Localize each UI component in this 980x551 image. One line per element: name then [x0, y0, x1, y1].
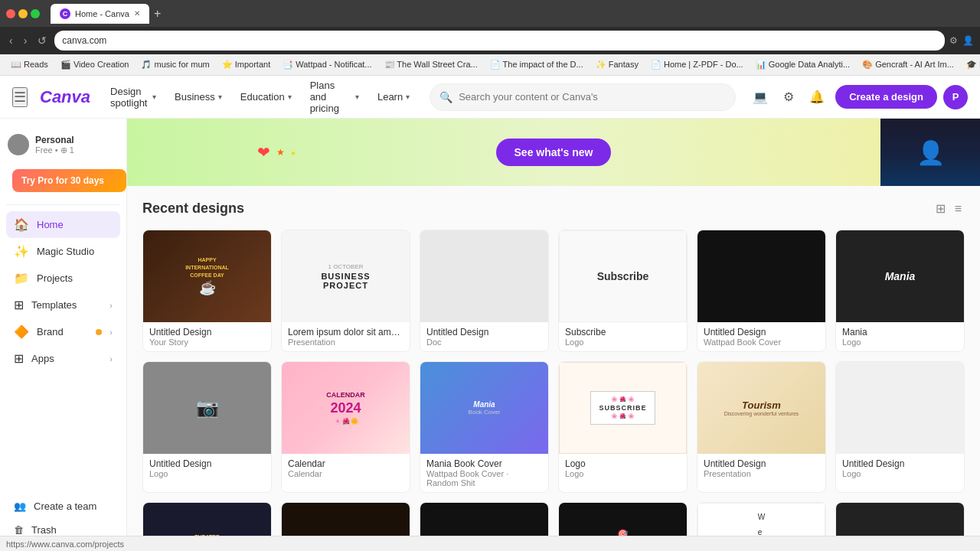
bookmark-music[interactable]: 🎵 music for mum [136, 58, 214, 71]
design-info-3: Untitled Design Doc [420, 322, 548, 351]
bookmark-zpdf[interactable]: 📄 Home | Z-PDF - Do... [646, 58, 748, 71]
design-info-2: Lorem ipsum dolor sit amet, consect... P… [282, 322, 410, 351]
thumb-tourism-content: Tourism Discovering wonderful ventures [724, 399, 799, 416]
refresh-button[interactable]: ↺ [34, 31, 50, 50]
sidebar-item-magic-studio[interactable]: ✨ Magic Studio [6, 238, 120, 265]
search-input[interactable] [459, 91, 726, 103]
nav-right: 💻 ⚙ 🔔 Create a design P [748, 85, 968, 109]
try-pro-button[interactable]: Try Pro for 30 days [12, 169, 126, 192]
bookmark-reads[interactable]: 📖 Reads [6, 58, 53, 71]
sidebar-magic-label: Magic Studio [37, 246, 113, 257]
design-card-11[interactable]: Tourism Discovering wonderful ventures U… [697, 361, 826, 493]
minimize-button[interactable] [18, 9, 28, 18]
design-name-1: Untitled Design [149, 327, 265, 337]
personal-section[interactable]: Personal Free • ⊕ 1 [0, 128, 126, 161]
design-card-12[interactable]: Untitled Design Logo [835, 361, 965, 493]
nav-business[interactable]: Business ▾ [167, 86, 230, 107]
design-card-5[interactable]: Untitled Design Wattpad Book Cover [697, 230, 826, 352]
design-card-10[interactable]: 🌸 🌺 🌸 SUBSCRIBE 🌸 🌺 🌸 Logo Logo [558, 361, 688, 493]
new-tab-button[interactable]: + [149, 7, 165, 21]
notifications-icon[interactable]: 🔔 [805, 85, 829, 109]
bookmark-gencraft[interactable]: 🎨 Gencraft - AI Art Im... [858, 58, 959, 71]
thumb-floral-bottom: 🌸 🌺 🌸 [599, 413, 646, 419]
design-card-2[interactable]: 1 OCTOBER BUSINESSPROJECT Lorem ipsum do… [281, 230, 410, 352]
design-info-10: Logo Logo [559, 454, 687, 483]
sidebar-item-projects[interactable]: 📁 Projects [6, 265, 120, 292]
design-info-1: Untitled Design Your Story [143, 322, 271, 351]
search-bar[interactable]: 🔍 [430, 83, 736, 111]
brand-dot [96, 329, 102, 335]
sidebar-item-home[interactable]: 🏠 Home [6, 211, 120, 238]
design-type-2: Presentation [288, 337, 403, 347]
bookmark-wattpad[interactable]: 📑 Wattpad - Notificat... [278, 58, 376, 71]
list-view-button[interactable]: ≡ [952, 198, 965, 219]
design-name-10: Logo [565, 458, 681, 469]
devices-icon[interactable]: 💻 [748, 85, 773, 109]
thumb-biz-content: 1 OCTOBER BUSINESSPROJECT [321, 263, 370, 290]
design-card-8[interactable]: CALENDAR 2024 🌸🌺🌼 Calendar Calendar [281, 361, 410, 493]
design-info-7: Untitled Design Logo [143, 454, 271, 483]
apps-arrow-icon: › [109, 354, 113, 364]
design-type-5: Wattpad Book Cover [704, 337, 819, 347]
sidebar-bottom-section: 👥 Create a team 🗑 Trash [0, 494, 126, 542]
nav-design-spotlight[interactable]: Design spotlight ▾ [103, 81, 164, 113]
thumb-coffee-content: HAPPYINTERNATIONALCOFFEE DAY ☕ [179, 250, 235, 302]
design-type-4: Logo [565, 337, 681, 347]
forward-button[interactable]: › [21, 31, 31, 50]
active-tab[interactable]: C Home - Canva ✕ [51, 4, 149, 24]
grid-view-button[interactable]: ⊞ [933, 198, 949, 219]
sidebar-item-create-team[interactable]: 👥 Create a team [6, 494, 120, 518]
design-name-11: Untitled Design [704, 458, 819, 469]
see-whats-new-button[interactable]: See what's new [496, 139, 612, 166]
design-card-7[interactable]: 📷 Untitled Design Logo [142, 361, 272, 493]
bookmark-important[interactable]: ⭐ Important [217, 58, 276, 71]
nav-education-label: Education [240, 91, 285, 103]
profile-button[interactable]: 👤 [962, 35, 974, 46]
sidebar-apps-label: Apps [31, 353, 102, 364]
nav-chevron-1: ▾ [218, 93, 222, 101]
design-info-4: Subscribe Logo [559, 322, 687, 351]
extensions-button[interactable]: ⚙ [949, 35, 958, 46]
close-button[interactable] [6, 9, 15, 18]
canva-logo[interactable]: Canva [40, 87, 90, 107]
maximize-button[interactable] [31, 9, 40, 18]
settings-icon[interactable]: ⚙ [779, 85, 799, 109]
create-design-button[interactable]: Create a design [835, 85, 937, 109]
back-button[interactable]: ‹ [6, 31, 16, 50]
nav-plans[interactable]: Plans and pricing ▾ [302, 75, 367, 119]
create-team-icon: 👥 [14, 500, 26, 512]
sidebar-item-brand[interactable]: 🔶 Brand › [6, 318, 120, 345]
nav-design-spotlight-label: Design spotlight [110, 86, 149, 109]
design-name-4: Subscribe [565, 327, 681, 337]
design-type-11: Presentation [704, 469, 819, 478]
design-card-6[interactable]: Mania Mania Logo [835, 230, 965, 352]
sidebar-item-templates[interactable]: ⊞ Templates › [6, 292, 120, 318]
hamburger-menu[interactable]: ☰ [12, 87, 28, 107]
bookmark-education[interactable]: 🎓 Education [962, 58, 980, 71]
address-bar-row: ‹ › ↺ canva.com ⚙ 👤 [0, 27, 980, 54]
address-bar[interactable]: canva.com [54, 31, 945, 51]
design-card-4[interactable]: Subscribe Subscribe Logo [558, 230, 688, 352]
design-card-3[interactable]: Untitled Design Doc [420, 230, 549, 352]
nav-chevron-0: ▾ [152, 93, 156, 101]
bookmarks-bar: 📖 Reads 🎬 Video Creation 🎵 music for mum… [0, 54, 980, 76]
section-header: Recent designs ⊞ ≡ [142, 198, 965, 219]
sidebar-section-main: Try Pro for 30 days [0, 163, 126, 198]
main-content: Personal Free • ⊕ 1 Try Pro for 30 days … [0, 119, 980, 551]
bookmark-wsj[interactable]: 📰 The Wall Street Cra... [380, 58, 482, 71]
bookmark-impact[interactable]: 📄 The impact of the D... [485, 58, 588, 71]
thumb-subscribe-floral-content: 🌸 🌺 🌸 SUBSCRIBE 🌸 🌺 🌸 [590, 391, 655, 425]
user-avatar[interactable]: P [943, 85, 968, 109]
bookmark-google[interactable]: 📊 Google Data Analyti... [751, 58, 854, 71]
sidebar-item-apps[interactable]: ⊞ Apps › [6, 345, 120, 372]
design-card-1[interactable]: HAPPYINTERNATIONALCOFFEE DAY ☕ Untitled … [142, 230, 272, 352]
nav-education[interactable]: Education ▾ [233, 86, 299, 107]
hero-image: 👤 [880, 119, 980, 186]
thumb-tourism-text: Tourism [724, 399, 799, 411]
bookmark-video[interactable]: 🎬 Video Creation [56, 58, 134, 71]
tab-close-icon[interactable]: ✕ [134, 9, 140, 18]
design-card-9[interactable]: Mania Book Cover Mania Book Cover Wattpa… [420, 361, 549, 493]
nav-learn[interactable]: Learn ▾ [370, 86, 417, 107]
nav-items: Design spotlight ▾ Business ▾ Education … [103, 75, 417, 119]
bookmark-fantasy[interactable]: ✨ Fantasy [591, 58, 643, 71]
